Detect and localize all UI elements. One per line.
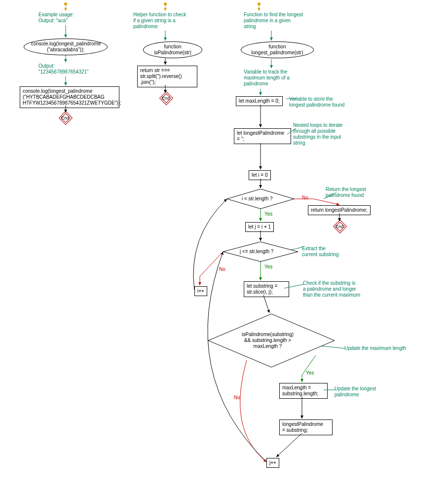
no-3: No <box>234 395 240 400</box>
node-return-longest-text: return longestPalindrome; <box>311 207 368 213</box>
node-call1-text: console.log(longest_palindrome ("abracad… <box>31 41 101 52</box>
node-ispal-ret-text: return str === str.split('').reverse() .… <box>140 68 182 85</box>
node-maxlen: let maxLength = 0; <box>236 96 283 106</box>
node-ispal-fn-text: function isPalindrome(str) <box>154 44 191 55</box>
comment-update-longest: Update the longest palindrome <box>335 386 376 398</box>
node-let-i-text: let i = 0 <box>252 172 268 178</box>
node-let-sub: let substring = str.slice(i, j); <box>244 281 289 297</box>
yes-1: Yes <box>264 211 272 217</box>
node-ispal-fn: function isPalindrome(str) <box>143 41 202 58</box>
node-let-i: let i = 0 <box>249 170 271 180</box>
end-node-2: End <box>159 93 173 103</box>
node-call1: console.log(longest_palindrome ("abracad… <box>24 38 108 55</box>
no-2: No <box>219 266 225 272</box>
comment-extract: Extract the current substring <box>302 246 338 258</box>
diamond-cond-j-text: j <= str.length ? <box>240 249 273 255</box>
node-call2-text: console.log(longest_palindrome ("HYTBCAB… <box>23 88 121 106</box>
yes-3: Yes <box>306 370 314 376</box>
node-let-j-text: let j = i + 1 <box>248 224 271 229</box>
comment-output2: Output: "12345678987654321" <box>38 63 89 75</box>
node-i-inc: i++ <box>194 286 207 296</box>
no-1: No <box>302 195 308 200</box>
comment-var-longest: Variable to store the longest palindrome… <box>289 96 344 108</box>
node-j-inc: j++ <box>266 458 279 468</box>
node-call2: console.log(longest_palindrome ("HYTBCAB… <box>20 86 119 108</box>
end-node-1: End <box>58 113 72 122</box>
node-set-maxlen-text: maxLength = substring.length; <box>282 385 318 396</box>
node-let-j: let j = i + 1 <box>245 222 274 232</box>
node-ispal-ret: return str === str.split('').reverse() .… <box>137 66 197 87</box>
node-let-sub-text: let substring = str.slice(i, j); <box>247 283 278 295</box>
diamond-cond-pal-text: isPalindrome(substring) && substring.len… <box>242 332 294 349</box>
node-set-longest-text: longestPalindrome = substring; <box>282 421 323 433</box>
svg-point-2 <box>164 2 167 5</box>
node-longest-fn: function longest_palindrome(str) <box>241 41 314 58</box>
node-return-longest: return longestPalindrome; <box>308 205 371 215</box>
comment-main-fn: Function to find the longest palindrome … <box>244 12 303 30</box>
node-maxlen-text: let maxLength = 0; <box>239 98 280 104</box>
node-longestvar-text: let longestPalindrome = ''; <box>237 130 284 142</box>
comment-check-pal: Check if the substring is a palindrome a… <box>303 280 360 298</box>
svg-line-23 <box>263 295 269 313</box>
end-text: End <box>336 224 343 229</box>
comment-update-maxlen: Update the maximum length <box>344 345 406 351</box>
svg-point-0 <box>64 2 67 5</box>
comment-return-longest: Return the longest palindrome found <box>326 187 366 198</box>
svg-line-28 <box>283 247 304 252</box>
node-longestvar: let longestPalindrome = ''; <box>234 128 291 144</box>
node-i-inc-text: i++ <box>197 288 204 294</box>
comment-example-usage: Example usage: Output: "aca" <box>38 12 74 24</box>
comment-var-maxlen: Variable to track the maximum length of … <box>244 69 290 87</box>
node-longest-fn-text: function longest_palindrome(str) <box>251 44 303 55</box>
node-set-longest: longestPalindrome = substring; <box>279 419 333 435</box>
end-text: End <box>162 96 170 101</box>
svg-line-30 <box>316 345 345 348</box>
node-j-inc-text: j++ <box>269 460 276 465</box>
end-text: End <box>61 115 69 120</box>
svg-point-4 <box>258 2 261 5</box>
diamond-cond-i-text: i < str.length ? <box>242 196 273 202</box>
comment-helper: Helper function to check if a given stri… <box>133 12 186 30</box>
end-node-3: End <box>333 221 346 231</box>
yes-2: Yes <box>264 264 272 269</box>
comment-nested: Nested loops to iterate through all poss… <box>293 122 342 146</box>
node-set-maxlen: maxLength = substring.length; <box>279 383 328 399</box>
